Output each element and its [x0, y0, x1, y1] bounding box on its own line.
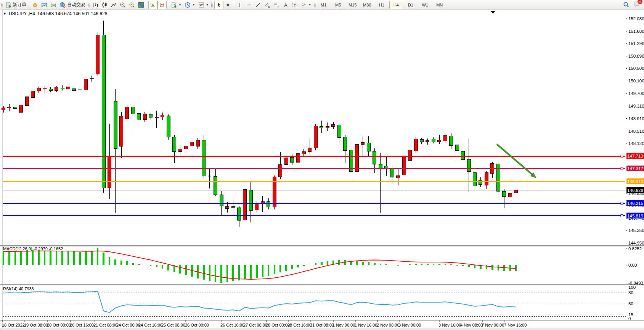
cursor-tool-button[interactable]	[214, 1, 223, 9]
candle-body	[402, 156, 406, 175]
candle-body	[72, 89, 76, 90]
price-line-handle[interactable]	[621, 167, 623, 170]
text-tool-button[interactable]: A	[281, 1, 290, 9]
macd-histogram-bar	[3, 251, 4, 265]
candlestick-chart-type-button[interactable]	[100, 1, 109, 9]
price-axis-label: 152.080	[628, 16, 644, 21]
price-line-handle[interactable]	[621, 155, 623, 157]
indicators-button[interactable]: ▼	[169, 1, 183, 9]
candle-body	[55, 87, 58, 91]
price-badge-label: 147.713	[627, 154, 643, 158]
timeframe-button-M30[interactable]: M30	[360, 1, 374, 9]
macd-axis-label: 0.8252	[628, 246, 642, 251]
macd-histogram-bar	[450, 264, 452, 265]
signal-waves-icon	[50, 2, 56, 8]
toolbar-grip[interactable]	[88, 2, 90, 8]
auto-trading-button[interactable]: 自动交易	[58, 1, 87, 9]
timeframe-button-H1[interactable]: H1	[375, 1, 389, 9]
chevron-down-icon: ▼	[206, 3, 209, 6]
history-center-button[interactable]	[31, 1, 40, 9]
notifications-button[interactable]: 1	[633, 1, 640, 9]
zoom-out-button[interactable]	[127, 1, 137, 9]
timeframe-button-M15[interactable]: M15	[346, 1, 360, 9]
text-label-icon: T	[292, 2, 298, 8]
price-line-handle[interactable]	[621, 202, 623, 204]
price-badge-label: 145.819	[627, 214, 643, 218]
candle-body	[302, 151, 305, 154]
channel-tool-button[interactable]: E	[263, 1, 272, 9]
macd-histogram-bar	[415, 264, 416, 265]
bar-chart-type-button[interactable]	[91, 1, 100, 9]
macd-histogram-bar	[385, 264, 387, 265]
time-axis-label: 19 Oct 08:00	[24, 323, 48, 327]
time-axis-label: 4 Nov 08:00	[460, 323, 483, 327]
candle-body	[450, 136, 453, 146]
new-order-icon	[5, 2, 11, 8]
zoom-in-button[interactable]	[118, 1, 127, 9]
auto-trading-globe-icon	[59, 2, 66, 8]
candle-body	[420, 140, 423, 142]
macd-histogram-bar	[303, 265, 305, 266]
macd-histogram-bar	[91, 251, 93, 265]
timeframe-button-M5[interactable]: M5	[331, 1, 345, 9]
crosshair-tool-button[interactable]	[223, 1, 233, 9]
candle-body	[90, 78, 93, 79]
toolbar-grip[interactable]	[1, 2, 3, 8]
templates-button[interactable]: ▼	[197, 1, 210, 9]
macd-histogram-bar	[226, 265, 228, 282]
vertical-line-tool-button[interactable]	[235, 1, 244, 9]
time-axis-label: 3 Nov 00:00	[398, 323, 421, 327]
toolbar-grip[interactable]	[314, 2, 316, 8]
candle-body	[355, 144, 359, 172]
periods-button[interactable]: ▼	[183, 1, 197, 9]
time-axis-label: 24 Oct 16:00	[138, 323, 162, 327]
macd-current-values: -0.2979 -0.1652	[33, 246, 63, 251]
timeframe-button-MN[interactable]: MN	[433, 1, 446, 9]
timeframe-button-M1[interactable]: M1	[317, 1, 331, 9]
candle-body	[314, 126, 317, 148]
trendline-tool-button[interactable]	[254, 1, 263, 9]
timeframe-button-H4[interactable]: H4	[389, 1, 403, 9]
separator	[29, 2, 29, 8]
tile-windows-button[interactable]	[137, 1, 146, 9]
candle-body	[414, 139, 418, 151]
chart-shift-icon	[159, 2, 165, 8]
candle-body	[13, 107, 17, 109]
timeframe-button-W1[interactable]: W1	[418, 1, 432, 9]
signals-button[interactable]	[49, 1, 58, 9]
price-badge-label: 147.317	[627, 166, 643, 171]
candle-body	[485, 172, 488, 185]
macd-histogram-bar	[38, 250, 40, 265]
search-button[interactable]	[622, 1, 631, 9]
line-chart-type-button[interactable]	[109, 1, 118, 9]
candle-body	[202, 140, 206, 176]
macd-histogram-bar	[179, 265, 181, 274]
macd-histogram-bar	[167, 265, 169, 270]
new-order-button[interactable]: 新订单	[4, 1, 28, 9]
auto-scroll-button[interactable]	[148, 1, 157, 9]
chart-area[interactable]: 152.080151.680151.290150.890150.500150.1…	[0, 0, 644, 330]
indicators-icon	[171, 2, 177, 8]
fibonacci-tool-button[interactable]: F	[272, 1, 281, 9]
price-axis-label: 144.950	[628, 241, 644, 245]
macd-histogram-bar	[144, 265, 146, 265]
horizontal-line-tool-button[interactable]	[244, 1, 254, 9]
chart-dropdown-arrow-icon[interactable]: ▼	[3, 12, 6, 16]
navigator-button[interactable]	[40, 1, 49, 9]
text-label-tool-button[interactable]: T	[290, 1, 299, 9]
time-axis-label: 7 Nov 00:00	[482, 323, 504, 327]
auto-scroll-icon	[150, 2, 156, 8]
macd-histogram-bar	[291, 265, 293, 269]
toolbar-grip[interactable]	[211, 2, 213, 8]
arrows-tool-button[interactable]: ▼	[299, 1, 313, 9]
macd-histogram-bar	[392, 265, 393, 265]
macd-histogram-bar	[456, 265, 458, 266]
macd-histogram-bar	[327, 261, 328, 265]
time-axis-label: 31 Oct 08:00	[310, 323, 334, 327]
template-icon	[198, 2, 204, 8]
price-line-handle[interactable]	[621, 215, 623, 217]
chart-shift-button[interactable]	[157, 1, 167, 9]
timeframe-button-D1[interactable]: D1	[404, 1, 418, 9]
rsi-axis-label: 50	[628, 301, 633, 306]
macd-histogram-bar	[297, 265, 299, 267]
